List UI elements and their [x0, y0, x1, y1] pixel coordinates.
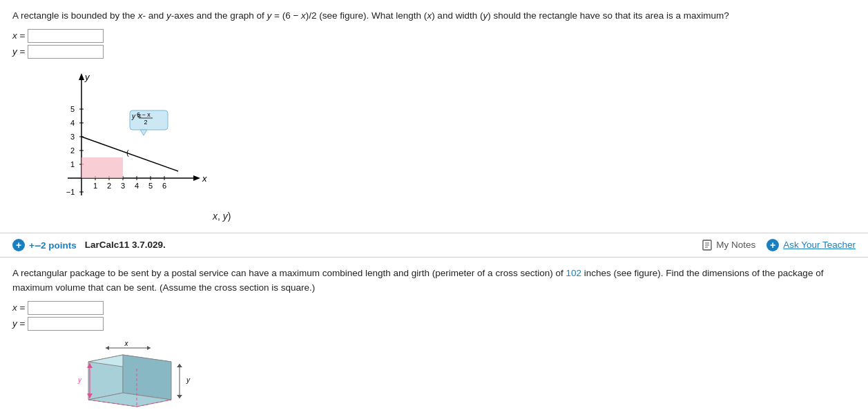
- problem-2-text: A rectangular package to be sent by a po…: [12, 266, 856, 295]
- package-illustration: x y y: [68, 338, 856, 417]
- ask-teacher-plus-icon: +: [766, 239, 779, 251]
- svg-text:−1: −1: [66, 188, 75, 196]
- svg-marker-48: [106, 346, 109, 350]
- svg-text:6 − x: 6 − x: [137, 111, 151, 118]
- ask-teacher-label: Ask Your Teacher: [783, 240, 856, 250]
- notes-icon: [702, 240, 713, 251]
- x-axis-label: x: [202, 173, 207, 184]
- point-label: (: [126, 148, 129, 157]
- highlight-102: 102: [566, 268, 581, 278]
- plus-icon: +: [12, 239, 25, 251]
- svg-marker-49: [147, 346, 151, 350]
- y-input[interactable]: [28, 45, 104, 59]
- x-input-row: x =: [12, 29, 856, 43]
- svg-text:3: 3: [70, 133, 75, 141]
- svg-text:5: 5: [70, 105, 75, 113]
- y-label: y =: [12, 46, 25, 57]
- x-label: x =: [12, 30, 25, 41]
- svg-marker-52: [177, 364, 182, 367]
- problem-id: LarCalc11 3.7.029.: [85, 240, 166, 250]
- svg-text:1: 1: [70, 160, 75, 168]
- svg-text:x: x: [124, 340, 129, 347]
- graph-container: y x 5 4 3 2 1 −1 1: [54, 68, 231, 222]
- svg-text:3: 3: [121, 182, 125, 190]
- svg-text:6: 6: [162, 182, 166, 190]
- svg-marker-2: [79, 73, 84, 80]
- svg-text:y: y: [77, 376, 82, 384]
- ask-teacher-button[interactable]: + Ask Your Teacher: [766, 239, 856, 251]
- y-axis-label: y: [84, 72, 90, 82]
- svg-text:4: 4: [70, 119, 75, 127]
- p2-y-input[interactable]: [28, 317, 104, 331]
- points-badge: + +‒2 points: [12, 239, 77, 251]
- p2-x-input[interactable]: [28, 301, 104, 315]
- bar-right: My Notes + Ask Your Teacher: [702, 239, 856, 251]
- problem-1-section: A rectangle is bounded by the x- and y-a…: [0, 0, 868, 233]
- svg-marker-3: [193, 175, 200, 181]
- graph-svg: y x 5 4 3 2 1 −1 1: [54, 68, 213, 220]
- svg-marker-42: [123, 355, 171, 400]
- points-text: +‒2 points: [29, 240, 77, 251]
- package-svg: x y y: [68, 338, 206, 417]
- svg-text:y: y: [186, 376, 191, 384]
- problem-1-text: A rectangle is bounded by the x- and y-a…: [12, 8, 856, 23]
- svg-text:1: 1: [93, 182, 97, 190]
- svg-rect-29: [81, 157, 123, 178]
- svg-text:5: 5: [148, 182, 153, 190]
- svg-text:2: 2: [107, 182, 111, 190]
- y-input-row: y =: [12, 45, 856, 59]
- my-notes-label: My Notes: [716, 240, 755, 250]
- svg-text:2: 2: [70, 146, 75, 155]
- svg-marker-53: [177, 395, 182, 398]
- x-input[interactable]: [28, 29, 104, 43]
- svg-text:4: 4: [135, 182, 139, 190]
- problem-2-section: A rectangular package to be sent by a po…: [0, 258, 868, 417]
- problem-bar: + +‒2 points LarCalc11 3.7.029. My Notes…: [0, 233, 868, 258]
- p2-x-label: x =: [12, 302, 25, 313]
- svg-marker-31: [140, 130, 147, 135]
- p2-x-input-row: x =: [12, 301, 856, 315]
- p2-y-label: y =: [12, 318, 25, 329]
- my-notes-button[interactable]: My Notes: [702, 240, 755, 251]
- svg-text:2: 2: [144, 119, 147, 126]
- p2-y-input-row: y =: [12, 317, 856, 331]
